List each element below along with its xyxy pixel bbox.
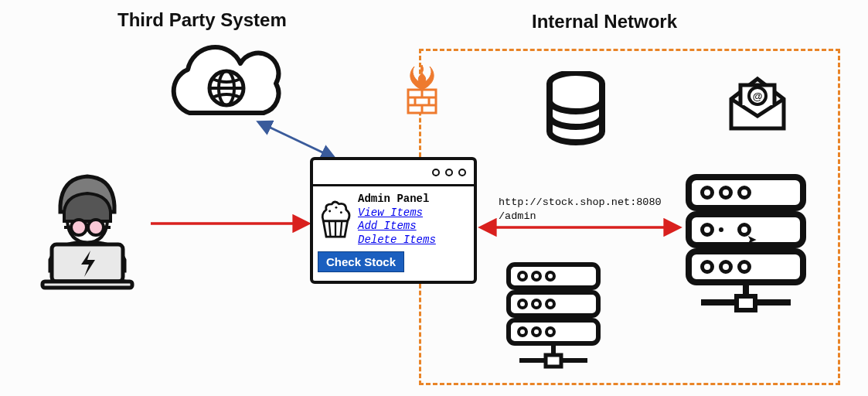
ssrf-url-label: http://stock.shop.net:8080 /admin bbox=[499, 196, 662, 223]
cupcake-icon bbox=[318, 193, 353, 247]
admin-panel-block: Admin Panel View Items Add Items Delete … bbox=[358, 193, 436, 247]
check-stock-button[interactable]: Check Stock bbox=[318, 251, 404, 272]
admin-link-add-items[interactable]: Add Items bbox=[358, 220, 436, 234]
svg-point-52 bbox=[340, 211, 342, 213]
admin-link-delete-items[interactable]: Delete Items bbox=[358, 234, 436, 248]
admin-link-view-items[interactable]: View Items bbox=[358, 207, 436, 220]
window-dot-icon bbox=[458, 169, 466, 176]
svg-point-50 bbox=[328, 210, 331, 212]
browser-window-controls bbox=[313, 160, 474, 186]
arrow-app-to-third-party bbox=[259, 122, 334, 158]
window-dot-icon bbox=[445, 169, 453, 176]
svg-point-51 bbox=[335, 207, 337, 209]
admin-panel-title: Admin Panel bbox=[358, 193, 436, 207]
web-app-window: Admin Panel View Items Add Items Delete … bbox=[310, 157, 477, 284]
window-dot-icon bbox=[432, 169, 440, 176]
